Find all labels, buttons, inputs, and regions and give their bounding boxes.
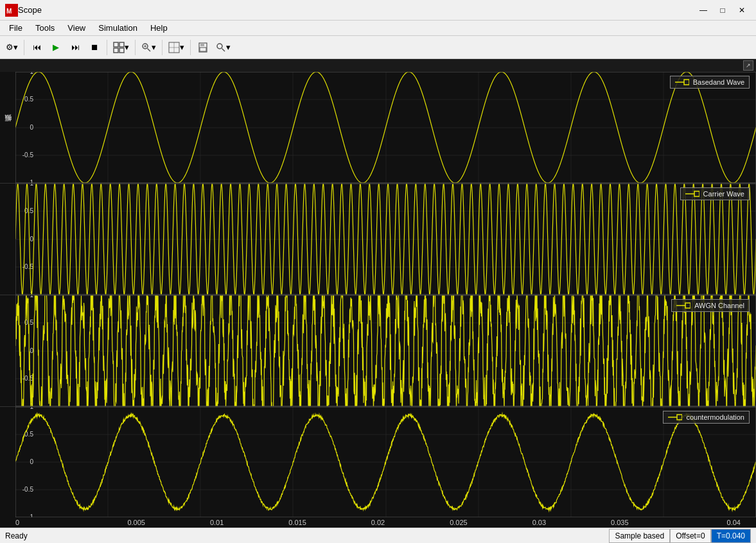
svg-rect-25	[677, 415, 682, 420]
ylabel-1: 振幅	[0, 72, 15, 183]
sim-play-button[interactable]: ▶	[47, 39, 65, 56]
x-tick-1: 0.005	[96, 519, 176, 526]
x-tick-5: 0.025	[418, 519, 498, 526]
toolbar-separator-5	[190, 40, 191, 55]
toolbar-separator-3	[135, 40, 136, 55]
app-logo: M	[5, 4, 18, 17]
plot-panel-1: 振幅 Basedand Wave	[0, 72, 756, 184]
svg-rect-23	[685, 303, 690, 308]
window-title: Scope	[18, 5, 694, 15]
svg-line-7	[148, 48, 151, 51]
save-button[interactable]	[194, 39, 212, 56]
x-tick-4: 0.02	[338, 519, 418, 526]
expand-button[interactable]: ↗	[743, 60, 753, 71]
menu-file[interactable]: File	[3, 22, 29, 34]
x-tick-7: 0.035	[579, 519, 660, 526]
sample-based-cell: Sample based	[609, 529, 670, 543]
x-tick-2: 0.01	[177, 519, 257, 526]
svg-rect-14	[200, 43, 204, 46]
toolbar-separator-1	[24, 40, 24, 55]
canvas-4	[15, 407, 756, 517]
settings-button[interactable]: ⚙▾	[3, 39, 21, 56]
x-tick-6: 0.03	[499, 519, 579, 526]
legend-3: AWGN Channel	[671, 299, 750, 312]
ylabel-2	[0, 184, 15, 295]
svg-point-16	[217, 44, 222, 49]
layout-button[interactable]: ▾	[110, 39, 132, 56]
canvas-3	[15, 295, 756, 406]
canvas-2	[15, 184, 756, 295]
menu-simulation[interactable]: Simulation	[92, 22, 144, 34]
maximize-button[interactable]: □	[714, 3, 732, 17]
sim-back-button[interactable]: ⏮	[28, 39, 46, 56]
legend-2: Carrier Wave	[680, 187, 750, 200]
axes-button[interactable]: ▾	[166, 39, 187, 56]
svg-rect-5	[119, 48, 124, 53]
svg-rect-4	[114, 48, 118, 53]
svg-text:M: M	[6, 8, 12, 15]
legend-4: countermodulation	[663, 411, 750, 424]
zoom-button[interactable]: ▾	[139, 39, 159, 56]
svg-line-17	[222, 48, 225, 51]
sim-stop-button[interactable]: ⏹	[85, 39, 103, 56]
x-axis-row: 0 0.005 0.01 0.015 0.02 0.025 0.03 0.035…	[0, 517, 756, 528]
ylabel-4	[0, 407, 15, 517]
svg-rect-3	[119, 42, 124, 47]
ylabel-3	[0, 295, 15, 406]
time-cell: T=0.040	[711, 529, 751, 543]
svg-rect-2	[114, 42, 118, 47]
status-ready: Ready	[5, 531, 609, 540]
sim-step-button[interactable]: ⏭	[66, 39, 84, 56]
offset-cell: Offset=0	[670, 529, 710, 543]
plot-panel-4: countermodulation	[0, 407, 756, 517]
svg-rect-21	[694, 191, 699, 196]
canvas-1	[15, 72, 756, 183]
menu-help[interactable]: Help	[144, 22, 174, 34]
plot-panel-3: AWGN Channel	[0, 295, 756, 407]
x-tick-3: 0.015	[257, 519, 337, 526]
svg-rect-15	[200, 47, 206, 51]
close-button[interactable]: ✕	[733, 3, 751, 17]
x-tick-8: 0.04	[660, 519, 741, 526]
legend-1: Basedand Wave	[670, 76, 750, 89]
scope-header: ↗	[0, 59, 756, 72]
plot-panel-2: Carrier Wave	[0, 184, 756, 295]
toolbar-separator-4	[162, 40, 163, 55]
menu-view[interactable]: View	[61, 22, 92, 34]
minimize-button[interactable]: —	[694, 3, 712, 17]
toolbar-separator-2	[107, 40, 107, 55]
status-right: Sample based Offset=0 T=0.040	[609, 529, 751, 543]
x-tick-0: 0	[15, 519, 96, 526]
svg-rect-19	[684, 80, 689, 85]
menu-tools[interactable]: Tools	[29, 22, 61, 34]
inspect-button[interactable]: ▾	[213, 39, 233, 56]
